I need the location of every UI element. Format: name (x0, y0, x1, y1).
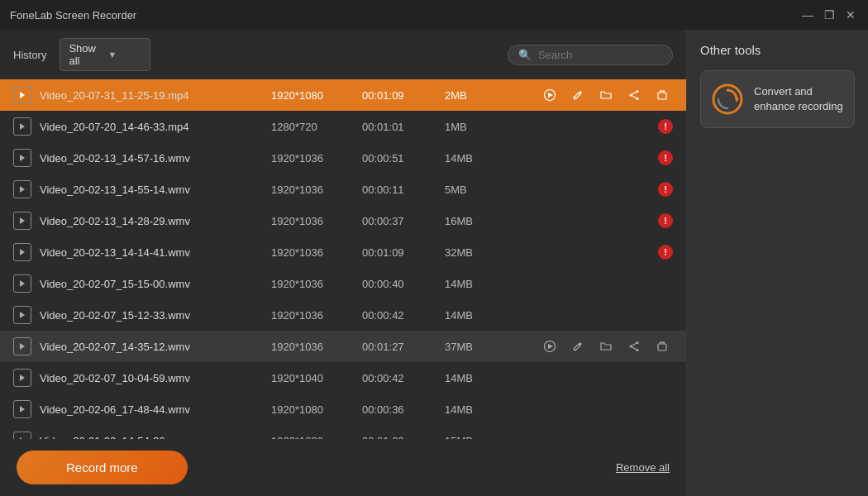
recording-row[interactable]: Video_20-07-20_14-46-33.mp41280*72000:01… (0, 111, 686, 142)
svg-line-25 (631, 343, 637, 347)
recording-row[interactable]: Video_20-02-13_14-55-14.wmv1920*103600:0… (0, 174, 686, 205)
recording-size: 14MB (445, 309, 503, 322)
svg-marker-18 (20, 312, 25, 318)
recording-row[interactable]: Video_20-02-13_14-14-41.wmv1920*103600:0… (0, 236, 686, 268)
recording-row[interactable]: Video_20-02-07_14-35-12.wmv1920*103600:0… (0, 331, 686, 362)
recording-size: 32MB (445, 246, 503, 259)
recording-filename: Video_20-07-31_11-25-19.mp4 (40, 89, 271, 102)
recording-duration: 00:00:42 (362, 309, 445, 322)
recording-size: 5MB (445, 184, 503, 196)
recording-resolution: 1280*720 (271, 121, 362, 133)
footer: Record more Remove all (0, 439, 686, 496)
header-bar: History Show all ▼ 🔍 (0, 30, 686, 79)
video-file-icon (13, 400, 31, 418)
error-badge: ! (658, 213, 673, 228)
filter-dropdown[interactable]: Show all ▼ (60, 38, 150, 71)
video-file-icon (13, 149, 31, 167)
search-icon: 🔍 (518, 49, 532, 61)
recording-filename: Video_20-02-13_14-57-16.wmv (40, 152, 271, 165)
video-file-icon (13, 274, 31, 293)
recording-resolution: 1920*1036 (271, 215, 362, 227)
recording-resolution: 1920*1036 (271, 246, 362, 259)
recording-duration: 00:00:11 (362, 184, 445, 196)
recording-size: 1MB (445, 121, 503, 133)
video-file-icon (13, 337, 31, 355)
error-badge: ! (658, 182, 673, 197)
error-badge: ! (658, 245, 673, 260)
recording-filename: Video_20-02-07_14-35-12.wmv (40, 341, 271, 353)
app-title: FoneLab Screen Recorder (10, 9, 800, 21)
recording-duration: 00:00:51 (362, 152, 445, 165)
row-actions: ! (503, 213, 673, 228)
recording-row[interactable]: Video_20-02-07_15-15-00.wmv1920*103600:0… (0, 268, 686, 299)
row-actions: ! (503, 150, 673, 165)
open-folder-button[interactable] (595, 84, 617, 106)
recording-row[interactable]: Video_20-02-07_15-12-33.wmv1920*103600:0… (0, 299, 686, 331)
recording-duration: 00:01:09 (362, 89, 445, 102)
convert-icon (711, 83, 744, 116)
window-controls: — ❐ ✕ (800, 7, 858, 22)
play-button[interactable] (539, 336, 560, 357)
recording-size: 14MB (445, 152, 503, 165)
minimize-button[interactable]: — (800, 7, 815, 22)
svg-marker-16 (20, 249, 25, 255)
recording-row[interactable]: Video_20-02-07_10-04-59.wmv1920*104000:0… (0, 362, 686, 393)
edit-button[interactable] (567, 336, 589, 357)
recording-filename: Video_20-02-13_14-55-14.wmv (40, 184, 271, 196)
svg-marker-12 (20, 123, 25, 130)
video-file-icon (13, 212, 31, 230)
recording-size: 37MB (445, 341, 503, 353)
svg-marker-13 (20, 155, 25, 161)
tool-label: Convert and enhance recording (754, 84, 844, 114)
row-actions (503, 84, 673, 106)
remove-all-button[interactable]: Remove all (616, 461, 670, 474)
svg-marker-2 (548, 93, 553, 98)
record-more-button[interactable]: Record more (17, 451, 188, 484)
video-file-icon (13, 180, 31, 198)
delete-button[interactable] (651, 84, 673, 106)
share-button[interactable] (623, 336, 645, 357)
recording-size: 14MB (445, 403, 503, 416)
close-button[interactable]: ✕ (843, 7, 858, 22)
convert-enhance-tool[interactable]: Convert and enhance recording (700, 70, 855, 128)
recording-filename: Video_20-02-13_14-14-41.wmv (40, 246, 271, 259)
share-button[interactable] (623, 84, 645, 106)
recording-row[interactable]: Video_20-02-13_14-57-16.wmv1920*103600:0… (0, 142, 686, 174)
svg-rect-8 (658, 93, 666, 99)
video-file-icon (13, 306, 31, 324)
recording-duration: 00:01:09 (362, 246, 445, 259)
svg-marker-31 (20, 374, 25, 381)
recording-resolution: 1920*1036 (271, 152, 362, 165)
recording-row[interactable]: Video_20-02-13_14-28-29.wmv1920*103600:0… (0, 205, 686, 236)
video-file-icon (13, 369, 31, 387)
recording-duration: 00:00:36 (362, 403, 445, 416)
recording-filename: Video_20-02-07_15-12-33.wmv (40, 309, 271, 322)
filter-value: Show all (69, 42, 103, 67)
svg-marker-14 (20, 186, 25, 193)
recording-filename: Video_20-07-20_14-46-33.mp4 (40, 121, 271, 133)
maximize-button[interactable]: ❐ (822, 7, 837, 22)
main-layout: History Show all ▼ 🔍 Video_20-07-31_11-2… (0, 30, 868, 496)
svg-line-6 (631, 92, 637, 96)
right-panel: Other tools Convert and enhance recordin… (686, 30, 868, 496)
svg-marker-0 (20, 92, 25, 98)
recording-row[interactable]: Video_20-07-31_11-25-19.mp41920*108000:0… (0, 79, 686, 111)
recording-duration: 00:00:40 (362, 278, 445, 290)
search-input[interactable] (538, 49, 662, 61)
open-folder-button[interactable] (595, 336, 617, 357)
recording-size: 14MB (445, 372, 503, 384)
edit-button[interactable] (567, 84, 589, 106)
play-button[interactable] (539, 84, 560, 106)
recording-filename: Video_20-02-07_15-15-00.wmv (40, 278, 271, 290)
svg-rect-27 (658, 344, 666, 351)
recording-size: 16MB (445, 215, 503, 227)
delete-button[interactable] (651, 336, 673, 357)
video-file-icon (13, 243, 31, 261)
recording-resolution: 1920*1080 (271, 403, 362, 416)
recording-duration: 00:00:42 (362, 372, 445, 384)
recording-size: 2MB (445, 89, 503, 102)
titlebar: FoneLab Screen Recorder — ❐ ✕ (0, 0, 868, 30)
recording-row[interactable]: Video_20-01-22_14-54-26.wmv1920*108000:0… (0, 425, 686, 439)
recording-resolution: 1920*1036 (271, 309, 362, 322)
recording-row[interactable]: Video_20-02-06_17-48-44.wmv1920*108000:0… (0, 393, 686, 425)
